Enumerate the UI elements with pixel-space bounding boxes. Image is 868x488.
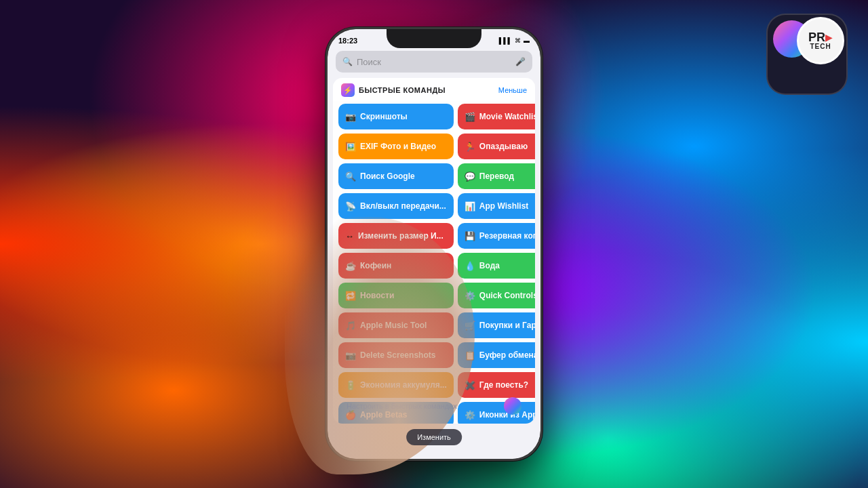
shortcut-label-20: Где поесть? (479, 380, 528, 390)
notch (387, 29, 481, 48)
shortcut-icon-1: 📷 (345, 112, 356, 122)
shortcut-btn-14[interactable]: ⚙️Quick Controls (458, 283, 535, 308)
shortcut-btn-6[interactable]: 💬Перевод (458, 163, 535, 189)
shortcut-icon-12: 💧 (465, 261, 475, 271)
widget-bottom: Настроить в Быстрых командах (338, 394, 530, 418)
shortcut-label-9: Изменить размер И... (358, 231, 443, 241)
shortcut-icon-6: 💬 (465, 171, 475, 182)
shortcut-label-12: Вода (479, 261, 500, 270)
shortcut-label-2: Movie Watchlist (479, 112, 535, 121)
protech-logo: PR ▶ TECH (766, 14, 848, 95)
shortcuts-app-icon: ⚡ (341, 83, 355, 97)
shortcut-btn-1[interactable]: 📷Скриншоты (338, 104, 454, 129)
widget-header: ⚡ БЫСТРЫЕ КОМАНДЫ Меньше (333, 78, 535, 101)
shortcut-icon-18: 📋 (465, 350, 475, 361)
shortcut-btn-15[interactable]: 🎵Apple Music Tool (338, 312, 454, 338)
siri-icon (504, 397, 521, 415)
shortcut-label-17: Delete Screenshots (360, 350, 435, 360)
widget-title: БЫСТРЫЕ КОМАНДЫ (359, 86, 446, 94)
shortcut-label-19: Экономия аккумуля... (360, 380, 447, 390)
change-button[interactable]: Изменить (406, 429, 462, 445)
phone-body: 18:23 ▌▌▌ ⌘ ▬ 🔍 Поиск 🎤 ⚡ (326, 27, 542, 461)
shortcut-label-3: EXIF Фото и Видео (360, 142, 436, 151)
shortcut-label-15: Apple Music Tool (360, 321, 427, 330)
power-button[interactable] (540, 110, 542, 144)
protech-play-icon: ▶ (825, 32, 833, 43)
shortcut-icon-9: ↔️ (345, 231, 354, 241)
shortcut-icon-3: 🖼️ (345, 142, 356, 152)
shortcut-icon-7: 📡 (345, 201, 356, 211)
shortcut-btn-10[interactable]: 💾Резервная копия ва... (458, 223, 535, 249)
shortcut-label-6: Перевод (479, 171, 514, 181)
protech-tech-text: TECH (810, 43, 831, 50)
shortcut-btn-13[interactable]: 🔁Новости (338, 283, 454, 308)
shortcut-btn-5[interactable]: 🔍Поиск Google (338, 163, 454, 189)
shortcut-icon-11: ☕ (345, 261, 356, 271)
shortcut-btn-7[interactable]: 📡Вкл/выкл передачи... (338, 193, 454, 219)
shortcut-icon-15: 🎵 (345, 321, 356, 331)
phone-wrapper: 18:23 ▌▌▌ ⌘ ▬ 🔍 Поиск 🎤 ⚡ (326, 27, 542, 461)
signal-icon: ▌▌▌ (499, 37, 512, 44)
shortcut-icon-19: 🔋 (345, 380, 356, 390)
search-bar[interactable]: 🔍 Поиск 🎤 (336, 51, 532, 73)
shortcut-label-18: Буфер обмена (479, 350, 535, 360)
shortcut-btn-17[interactable]: 📷Delete Screenshots (338, 342, 454, 368)
shortcut-icon-20: ✖️ (465, 380, 475, 390)
search-icon: 🔍 (342, 57, 353, 66)
shortcut-label-8: App Wishlist (479, 201, 529, 211)
shortcut-btn-3[interactable]: 🖼️EXIF Фото и Видео (338, 134, 454, 159)
shortcut-icon-8: 📊 (465, 201, 475, 211)
widget-header-left: ⚡ БЫСТРЫЕ КОМАНДЫ (341, 83, 446, 97)
protech-pr-text: PR (808, 31, 825, 43)
shortcut-icon-17: 📷 (345, 350, 356, 361)
shortcut-btn-4[interactable]: 🏃Опаздываю (458, 134, 535, 159)
shortcut-label-14: Quick Controls (479, 291, 535, 300)
shortcut-icon-5: 🔍 (345, 171, 356, 182)
shortcuts-grid: 📷Скриншоты🎬Movie Watchlist🖼️EXIF Фото и … (333, 101, 535, 424)
shortcut-icon-13: 🔁 (345, 291, 356, 301)
shortcut-label-16: Покупки и Гарантии (479, 321, 535, 330)
shortcut-btn-11[interactable]: ☕Кофеин (338, 253, 454, 279)
shortcut-label-11: Кофеин (360, 261, 391, 270)
shortcut-label-4: Опаздываю (479, 142, 528, 151)
shortcut-btn-12[interactable]: 💧Вода (458, 253, 535, 279)
status-icons: ▌▌▌ ⌘ ▬ (499, 37, 530, 44)
wifi-icon: ⌘ (515, 37, 521, 44)
shortcut-icon-16: 🛒 (465, 321, 475, 331)
battery-icon: ▬ (524, 37, 530, 44)
shortcut-icon-10: 💾 (465, 231, 475, 241)
shortcut-label-5: Поиск Google (360, 171, 415, 181)
shortcut-icon-2: 🎬 (465, 112, 475, 122)
status-time: 18:23 (338, 37, 357, 45)
protech-circle: PR ▶ TECH (797, 17, 844, 64)
less-button[interactable]: Меньше (498, 86, 527, 94)
shortcut-label-10: Резервная копия ва... (479, 231, 535, 241)
shortcut-label-1: Скриншоты (360, 112, 408, 121)
shortcut-icon-14: ⚙️ (465, 291, 475, 301)
shortcut-btn-18[interactable]: 📋Буфер обмена (458, 342, 535, 368)
search-placeholder: Поиск (357, 57, 511, 67)
shortcut-btn-16[interactable]: 🛒Покупки и Гарантии (458, 312, 535, 338)
shortcut-btn-8[interactable]: 📊App Wishlist (458, 193, 535, 219)
shortcut-label-13: Новости (360, 291, 394, 300)
shortcuts-widget: ⚡ БЫСТРЫЕ КОМАНДЫ Меньше 📷Скриншоты🎬Movi… (333, 78, 535, 424)
shortcut-label-7: Вкл/выкл передачи... (360, 201, 446, 211)
shortcut-icon-4: 🏃 (465, 142, 475, 152)
shortcut-btn-2[interactable]: 🎬Movie Watchlist (458, 104, 535, 129)
phone-screen: 18:23 ▌▌▌ ⌘ ▬ 🔍 Поиск 🎤 ⚡ (328, 29, 540, 459)
shortcut-btn-9[interactable]: ↔️Изменить размер И... (338, 223, 454, 249)
configure-text[interactable]: Настроить в Быстрых командах (347, 402, 457, 410)
mic-icon: 🎤 (515, 57, 526, 66)
